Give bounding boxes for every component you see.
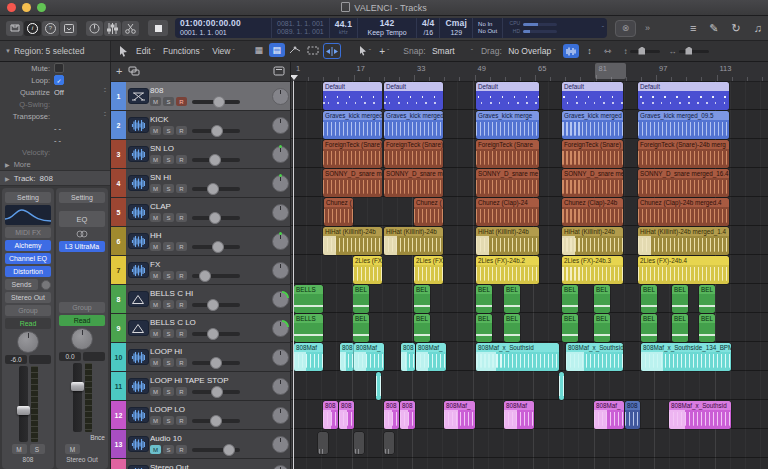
lcd-tempo[interactable]: 142 Keep Tempo (358, 18, 417, 38)
region-parameter-row[interactable]: - - (0, 122, 110, 134)
region-hihat-killinit-24b[interactable]: HiHat (Killinit)-24b (562, 227, 623, 255)
region-2lies-fx[interactable]: 2Lies (FX (414, 256, 443, 284)
region-graves-kick-merge[interactable]: Graves_kick merge (476, 111, 539, 139)
track-volume-slider[interactable] (192, 100, 240, 104)
track-header-loop-hi-tape-stop[interactable]: 11LOOP HI TAPE STOPMSR (111, 372, 290, 401)
region-hihat-killinit-24b[interactable]: HiHat (Killinit)-24b (476, 227, 539, 255)
list-editors-icon[interactable]: ≡ (690, 22, 696, 34)
region-hihat-killinit-24b[interactable]: HiHat (Killinit)-24b (323, 227, 382, 255)
solo-button[interactable]: S (30, 444, 45, 454)
mute-button[interactable]: M (150, 97, 161, 106)
pan-knob[interactable] (272, 262, 289, 279)
grid-view-icon[interactable]: ▦ (251, 43, 267, 57)
mute-button[interactable]: M (150, 126, 161, 135)
track-volume-slider[interactable] (192, 216, 240, 220)
horizontal-auto-zoom-icon[interactable]: ⇿ (599, 44, 615, 58)
volume-fader[interactable] (73, 363, 82, 432)
track-header-bells-c-lo[interactable]: 9BELLS C LOMSR (111, 314, 290, 343)
lcd-time-signature[interactable]: 4/4 /16 (417, 18, 440, 38)
record-enable-button[interactable]: R (176, 126, 187, 135)
pan-knob[interactable] (272, 291, 289, 308)
instrument-slot[interactable]: Alchemy (5, 240, 51, 251)
stop-button[interactable] (148, 20, 168, 36)
region-bel[interactable]: BEL (672, 285, 688, 313)
region-parameter-row[interactable]: Loop:✓ (0, 74, 110, 86)
mute-button[interactable]: M (65, 444, 80, 454)
region-808[interactable]: 808 (401, 343, 415, 371)
region-bel[interactable]: BEL (353, 314, 369, 342)
region-bel[interactable]: BEL (594, 314, 610, 342)
drag-menu[interactable]: Drag: No Overlapˇ (481, 46, 556, 56)
track-header-kick[interactable]: 2KICKMSR (111, 111, 290, 140)
lcd-options-chevron[interactable]: ˇ (599, 18, 607, 38)
region-808[interactable]: 808 (384, 401, 399, 429)
slider-thumb[interactable] (211, 125, 223, 137)
record-enable-button[interactable]: R (176, 271, 187, 280)
send-knob[interactable] (41, 280, 51, 290)
region-808maf-x-southsid[interactable]: 808Maf_x_Southsid (476, 343, 559, 371)
region-808[interactable]: 808 (400, 401, 415, 429)
more-chevrons[interactable]: » (645, 23, 650, 33)
view-menu[interactable]: Viewˇ (212, 46, 235, 56)
left-click-tool-menu[interactable]: ˇ (359, 46, 371, 56)
region-sonny-d-snare-merged-16-[interactable]: SONNY_D_snare merged_16.1 (384, 169, 443, 197)
region-foreignteck-snare-24b-me[interactable]: ForeignTeck (Snare)-24b merg (384, 140, 443, 168)
parameter-value[interactable]: - - (54, 124, 61, 133)
solo-button[interactable]: S (163, 242, 174, 251)
track-header-808[interactable]: 1808MSR (111, 82, 290, 111)
pan-knob[interactable] (272, 465, 289, 469)
region-bel[interactable]: BEL (562, 314, 578, 342)
region-default[interactable]: Default (562, 82, 623, 110)
volume-fader[interactable] (19, 366, 28, 442)
region-foreignteck-snare-[interactable]: ForeignTeck (Snare) (562, 140, 623, 168)
solo-button[interactable]: S (163, 213, 174, 222)
duplicate-track-button[interactable] (128, 66, 140, 78)
track-volume-slider[interactable] (192, 419, 240, 423)
region-808maf[interactable]: 808Maf (294, 343, 323, 371)
slider-thumb[interactable] (209, 154, 221, 166)
region-bel[interactable]: BEL (476, 285, 492, 313)
media-browser-icon[interactable]: ♫ (754, 22, 762, 34)
edit-menu[interactable]: Editˇ (136, 46, 155, 56)
region-graves-kick-merged[interactable]: Graves_kick merged (323, 111, 382, 139)
region-parameter-row[interactable]: Velocity: (0, 146, 110, 158)
region-default[interactable]: Default (323, 82, 382, 110)
pan-knob[interactable] (272, 349, 289, 366)
solo-button[interactable]: S (163, 300, 174, 309)
solo-button[interactable]: S (163, 97, 174, 106)
audio-fx-slot[interactable]: L3 UltraMa (59, 241, 105, 252)
eq-thumbnail[interactable] (5, 205, 51, 225)
region-chunez-[interactable]: Chunez ( (414, 198, 443, 226)
region-chunez-clap-24b[interactable]: Chunez (Clap)-24b (562, 198, 623, 226)
parameter-checkbox[interactable]: ✓ (54, 75, 64, 85)
mute-button[interactable]: M (150, 155, 161, 164)
track-inspector-header[interactable]: ▶Track:808 (0, 170, 110, 186)
playhead-marker[interactable] (291, 75, 298, 80)
track-volume-slider[interactable] (192, 158, 240, 162)
pan-knob[interactable] (272, 204, 289, 221)
region-parameter-row[interactable]: Transpose:ˆˇ (0, 110, 110, 122)
region-chunez-clap-24b-merged-4[interactable]: Chunez (Clap)-24b merged.4 (638, 198, 729, 226)
region-2lies-fx-24b-2[interactable]: 2Lies (FX)-24b.2 (476, 256, 539, 284)
region-808[interactable]: 808 (323, 401, 338, 429)
parameter-checkbox[interactable] (54, 63, 64, 73)
setting-button[interactable]: Setting (5, 192, 51, 203)
pan-knob[interactable] (272, 233, 289, 250)
region-cyan[interactable] (559, 372, 564, 400)
automation-icon[interactable] (287, 43, 303, 57)
region-808maf-x-southside-134-b[interactable]: 808Maf_x_Southside_134_BPM (641, 343, 731, 371)
region-sonny-d-snare-me[interactable]: SONNY_D_snare me (476, 169, 539, 197)
mute-button[interactable]: M (150, 271, 161, 280)
record-enable-button[interactable]: R (176, 184, 187, 193)
slider-thumb[interactable] (207, 183, 219, 195)
region-bel[interactable]: BEL (353, 285, 369, 313)
track-header-loop-hi[interactable]: 10LOOP HIMSR (111, 343, 290, 372)
record-enable-button[interactable]: R (176, 329, 187, 338)
region-808maf[interactable]: 808Maf (504, 401, 534, 429)
peak-value[interactable] (83, 352, 105, 361)
region-gray[interactable] (318, 432, 328, 454)
slider-thumb[interactable] (213, 96, 225, 108)
apple-loops-icon[interactable]: ↻ (732, 22, 741, 35)
add-track-button[interactable]: + (116, 66, 122, 77)
pan-knob[interactable] (272, 175, 289, 192)
